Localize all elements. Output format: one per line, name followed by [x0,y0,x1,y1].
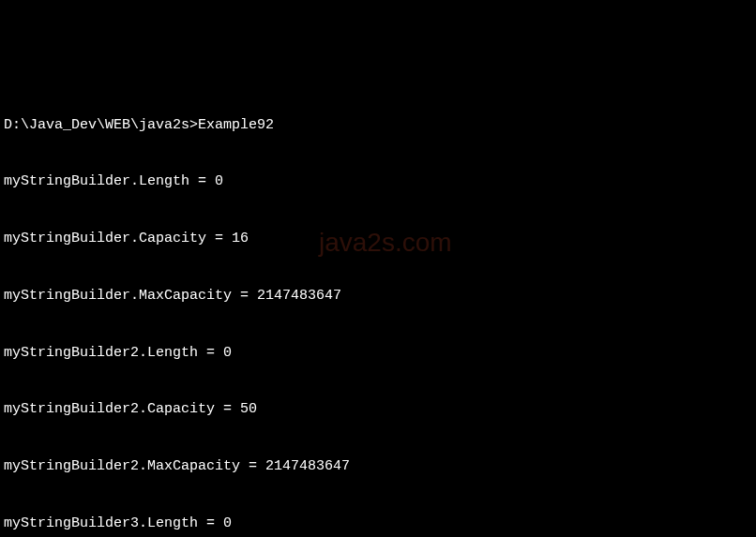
command-prompt: D:\Java_Dev\WEB\java2s>Example92 [4,116,752,135]
output-line: myStringBuilder2.Capacity = 50 [4,400,752,419]
output-line: myStringBuilder2.Length = 0 [4,344,752,363]
output-line: myStringBuilder.Capacity = 16 [4,230,752,248]
output-line: myStringBuilder.MaxCapacity = 2147483647 [4,287,752,306]
output-line: myStringBuilder3.Length = 0 [4,515,752,533]
output-line: myStringBuilder.Length = 0 [4,172,752,191]
output-line: myStringBuilder2.MaxCapacity = 214748364… [4,457,752,476]
console-output: D:\Java_Dev\WEB\java2s>Example92 myStrin… [4,78,752,537]
